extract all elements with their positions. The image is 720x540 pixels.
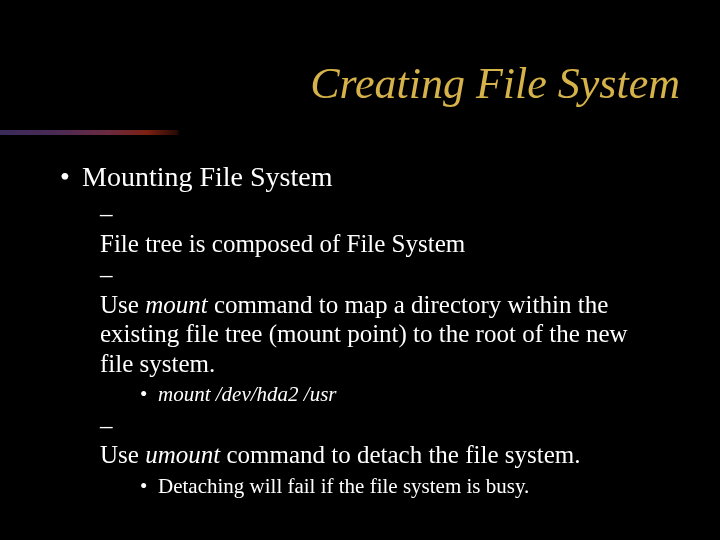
command-example: mount /dev/hda2 /usr	[158, 382, 658, 407]
slide-body: •Mounting File System –File tree is comp…	[60, 160, 680, 503]
lvl1-text: Mounting File System	[82, 161, 332, 192]
lvl2-text: Use mount command to map a directory wit…	[100, 290, 660, 379]
slide: Creating File System •Mounting File Syst…	[0, 0, 720, 540]
lvl3-text: Detaching will fail if the file system i…	[158, 474, 658, 499]
command-name: umount	[145, 441, 220, 468]
accent-bar	[0, 130, 180, 135]
bullet-lvl3: •Detaching will fail if the file system …	[140, 474, 680, 499]
dash-icon: –	[100, 260, 122, 290]
text-frag: Use	[100, 441, 145, 468]
bullet-dot-icon: •	[60, 160, 82, 193]
lvl2-text: File tree is composed of File System	[100, 229, 660, 259]
bullet-dot-icon: •	[140, 474, 158, 499]
bullet-lvl2: –Use umount command to detach the file s…	[100, 411, 680, 470]
command-name: mount	[145, 291, 208, 318]
bullet-lvl2: –Use mount command to map a directory wi…	[100, 260, 680, 378]
bullet-lvl1: •Mounting File System	[60, 160, 680, 193]
bullet-lvl3: •mount /dev/hda2 /usr	[140, 382, 680, 407]
dash-icon: –	[100, 411, 122, 441]
dash-icon: –	[100, 199, 122, 229]
bullet-dot-icon: •	[140, 382, 158, 407]
bullet-lvl2: –File tree is composed of File System	[100, 199, 680, 258]
slide-title: Creating File System	[0, 58, 700, 109]
lvl2-text: Use umount command to detach the file sy…	[100, 440, 660, 470]
text-frag: Use	[100, 291, 145, 318]
text-frag: command to detach the file system.	[220, 441, 580, 468]
